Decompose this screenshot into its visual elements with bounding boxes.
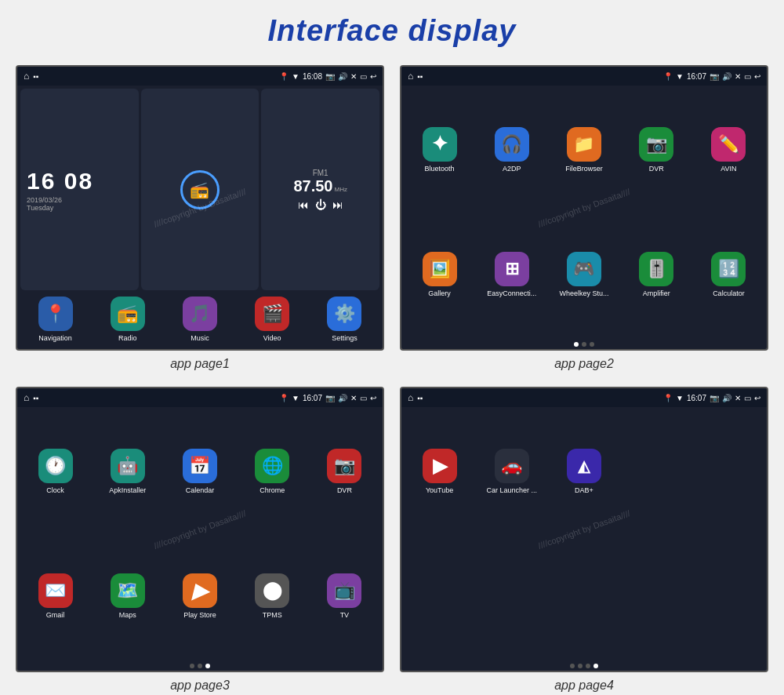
a2dp-icon: 🎧 bbox=[495, 127, 529, 162]
empty-cell-2 bbox=[694, 410, 764, 533]
dot-1-p4 bbox=[570, 664, 575, 668]
page2-app-grid: ✦ Bluetooth 🎧 A2DP 📁 FileBrowser 📷 DVR ✏… bbox=[401, 86, 767, 340]
avin-icon: ✏️ bbox=[711, 127, 746, 162]
dot-indicators-p2 bbox=[401, 340, 767, 349]
app-maps[interactable]: 🗺️ Maps bbox=[93, 536, 162, 659]
dot-3 bbox=[590, 342, 594, 347]
empty-cell-3 bbox=[405, 536, 474, 659]
empty-cell-6 bbox=[622, 536, 691, 659]
status-right-icons-p4: 📍▼ 16:07 📷🔊✕▭↩ bbox=[663, 394, 760, 402]
dot-3-p3 bbox=[205, 664, 210, 668]
gallery-icon: 🖼️ bbox=[423, 252, 457, 286]
app-dvr-p2[interactable]: 📷 DVR bbox=[622, 89, 691, 212]
navigation-label: Navigation bbox=[38, 334, 72, 343]
app-avin[interactable]: ✏️ AVIN bbox=[694, 89, 764, 212]
status-right-icons-p2: 📍▼ 16:07 📷🔊✕▭↩ bbox=[663, 72, 760, 81]
app-navigation[interactable]: 📍 Navigation bbox=[20, 293, 90, 346]
app-playstore[interactable]: ▶ Play Store bbox=[165, 536, 234, 659]
apkinstaller-icon: 🤖 bbox=[111, 449, 145, 483]
app-easyconnect[interactable]: ⊞ EasyConnecti... bbox=[477, 214, 546, 337]
app-amplifier[interactable]: 🎚️ Amplifier bbox=[622, 214, 691, 337]
status-right-icons: 📍 ▼ 16:08 📷 🔊 ✕ ▭ ↩ bbox=[279, 72, 376, 81]
android-screen-page2: ⌂ ▪▪ 📍▼ 16:07 📷🔊✕▭↩ ✦ Bluetooth 🎧 A2DP bbox=[400, 65, 768, 351]
tpms-icon: ⬤ bbox=[255, 573, 289, 608]
dvr-icon-p3: 📷 bbox=[327, 449, 361, 483]
dvr-icon-p2: 📷 bbox=[639, 127, 673, 162]
radio-label: Radio bbox=[118, 334, 137, 343]
time-display: 16 08 bbox=[27, 168, 132, 195]
video-label: Video bbox=[263, 334, 281, 343]
wheelkey-icon: 🎮 bbox=[567, 252, 601, 286]
dot-2-p3 bbox=[198, 664, 202, 668]
fm-power-btn[interactable]: ⏻ bbox=[315, 198, 326, 211]
playstore-icon: ▶ bbox=[183, 573, 217, 608]
app-calculator[interactable]: 🔢 Calculator bbox=[694, 214, 764, 337]
radio-widget: 📻 bbox=[141, 89, 260, 290]
app-video[interactable]: 🎬 Video bbox=[238, 293, 307, 346]
page3-app-grid: 🕐 Clock 🤖 ApkInstaller 📅 Calendar 🌐 Chro… bbox=[17, 407, 383, 661]
fm-prev-btn[interactable]: ⏮ bbox=[298, 198, 309, 211]
app-wheelkey[interactable]: 🎮 Wheelkey Stu... bbox=[549, 214, 619, 337]
fm-next-btn[interactable]: ⏭ bbox=[332, 198, 343, 211]
app-youtube[interactable]: ▶ YouTube bbox=[405, 410, 474, 533]
youtube-icon: ▶ bbox=[423, 449, 457, 483]
filebrowser-icon: 📁 bbox=[567, 127, 601, 162]
time-widget: 16 08 2019/03/26 Tuesday bbox=[20, 89, 139, 290]
dot-4-p4 bbox=[593, 664, 598, 668]
status-bar-page2: ⌂ ▪▪ 📍▼ 16:07 📷🔊✕▭↩ bbox=[401, 67, 767, 86]
app-dvr-p3[interactable]: 📷 DVR bbox=[310, 410, 379, 533]
fm-controls: ⏮ ⏻ ⏭ bbox=[298, 198, 343, 211]
app-gallery[interactable]: 🖼️ Gallery bbox=[405, 214, 474, 337]
status-left-icons-p3: ⌂ ▪▪ bbox=[24, 392, 38, 403]
settings-label: Settings bbox=[332, 334, 358, 343]
chrome-icon: 🌐 bbox=[255, 449, 289, 483]
app-gmail[interactable]: ✉️ Gmail bbox=[20, 536, 90, 659]
app-dab[interactable]: ◭ DAB+ bbox=[549, 410, 619, 533]
app-bluetooth[interactable]: ✦ Bluetooth bbox=[405, 89, 474, 212]
dot-2-p4 bbox=[578, 664, 583, 668]
dot-1 bbox=[574, 342, 579, 347]
radio-app-icon: 📻 bbox=[111, 297, 145, 331]
calendar-icon: 📅 bbox=[183, 449, 217, 483]
status-bar-page3: ⌂ ▪▪ 📍▼ 16:07 📷🔊✕▭↩ bbox=[17, 388, 383, 407]
status-bar-page1: ⌂ ▪▪ 📍 ▼ 16:08 📷 🔊 ✕ ▭ ↩ bbox=[17, 67, 383, 86]
app-chrome[interactable]: 🌐 Chrome bbox=[238, 410, 307, 533]
video-icon: 🎬 bbox=[255, 297, 289, 331]
app-apkinstaller[interactable]: 🤖 ApkInstaller bbox=[93, 410, 162, 533]
bluetooth-icon: ✦ bbox=[423, 127, 457, 162]
date-display: 2019/03/26 Tuesday bbox=[27, 196, 132, 212]
clock-icon: 🕐 bbox=[38, 449, 73, 483]
app-settings[interactable]: ⚙️ Settings bbox=[310, 293, 379, 346]
dot-indicators-p4 bbox=[401, 661, 767, 671]
gmail-icon: ✉️ bbox=[38, 573, 73, 608]
app-a2dp[interactable]: 🎧 A2DP bbox=[477, 89, 546, 212]
app-filebrowser[interactable]: 📁 FileBrowser bbox=[549, 89, 619, 212]
page3-label: app page3 bbox=[170, 679, 230, 693]
carlauncher-icon: 🚗 bbox=[495, 449, 529, 483]
radio-icon: 📻 bbox=[180, 170, 220, 209]
amplifier-icon: 🎚️ bbox=[639, 252, 673, 286]
app-tpms[interactable]: ⬤ TPMS bbox=[238, 536, 307, 659]
music-icon: 🎵 bbox=[183, 297, 217, 331]
dot-1-p3 bbox=[190, 664, 194, 668]
app-tv[interactable]: 📺 TV bbox=[310, 536, 379, 659]
app-radio[interactable]: 📻 Radio bbox=[93, 293, 162, 346]
music-label: Music bbox=[191, 334, 209, 343]
tv-icon: 📺 bbox=[327, 573, 361, 608]
settings-icon: ⚙️ bbox=[327, 297, 361, 331]
page1-app-row: 📍 Navigation 📻 Radio 🎵 Music 🎬 Video ⚙️ bbox=[17, 293, 383, 349]
app-carlauncher[interactable]: 🚗 Car Launcher ... bbox=[477, 410, 546, 533]
android-screen-page1: ⌂ ▪▪ 📍 ▼ 16:08 📷 🔊 ✕ ▭ ↩ 16 08 bbox=[16, 65, 384, 351]
maps-icon: 🗺️ bbox=[111, 573, 145, 608]
page1-label: app page1 bbox=[170, 357, 230, 371]
status-right-icons-p3: 📍▼ 16:07 📷🔊✕▭↩ bbox=[279, 394, 376, 402]
screen-block-page2: ⌂ ▪▪ 📍▼ 16:07 📷🔊✕▭↩ ✦ Bluetooth 🎧 A2DP bbox=[400, 65, 768, 371]
status-bar-page4: ⌂ ▪▪ 📍▼ 16:07 📷🔊✕▭↩ bbox=[401, 388, 767, 407]
app-calendar[interactable]: 📅 Calendar bbox=[165, 410, 234, 533]
app-music[interactable]: 🎵 Music bbox=[165, 293, 234, 346]
calculator-icon: 🔢 bbox=[711, 252, 746, 286]
screen-block-page4: ⌂ ▪▪ 📍▼ 16:07 📷🔊✕▭↩ ▶ YouTube 🚗 Car Laun… bbox=[400, 387, 768, 693]
app-clock[interactable]: 🕐 Clock bbox=[20, 410, 90, 533]
dot-3-p4 bbox=[586, 664, 590, 668]
dot-2 bbox=[582, 342, 586, 347]
